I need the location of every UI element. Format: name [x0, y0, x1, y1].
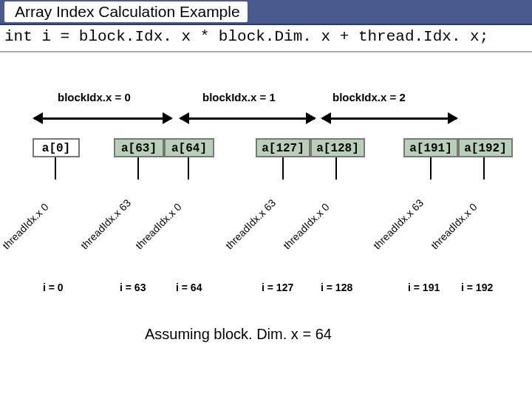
cell-a191: a[191] — [403, 138, 458, 157]
tick-0 — [55, 157, 56, 180]
title-bar: Array Index Calculation Example — [0, 0, 532, 25]
thread-label-0d: threadIdx.x 0 — [429, 201, 480, 252]
code-line: int i = block.Idx. x * block.Dim. x + th… — [0, 25, 532, 52]
i-label-191: i = 191 — [408, 282, 440, 293]
thread-label-63a: threadIdx.x 63 — [78, 197, 133, 251]
footer-note: Assuming block. Dim. x = 64 — [145, 326, 332, 343]
range-arrow-2 — [322, 117, 457, 120]
tick-64 — [188, 157, 189, 180]
tick-63 — [137, 157, 139, 180]
tick-127 — [282, 157, 284, 180]
i-label-63: i = 63 — [120, 282, 146, 293]
i-label-0: i = 0 — [43, 282, 64, 293]
thread-label-63b: threadIdx.x 63 — [223, 197, 278, 251]
cell-a64: a[64] — [164, 138, 214, 157]
diagram-area: blockIdx.x = 0 blockIdx.x = 1 blockIdx.x… — [0, 52, 532, 378]
i-label-192: i = 192 — [461, 282, 493, 293]
cell-a192: a[192] — [458, 138, 513, 157]
thread-label-0c: threadIdx.x 0 — [281, 201, 332, 252]
i-label-128: i = 128 — [321, 282, 352, 293]
thread-label-63c: threadIdx.x 63 — [371, 197, 426, 251]
tick-192 — [483, 157, 485, 180]
cell-a127: a[127] — [256, 138, 310, 157]
block-label-2: blockIdx.x = 2 — [332, 91, 406, 103]
i-label-64: i = 64 — [176, 282, 202, 293]
block-label-1: blockIdx.x = 1 — [202, 91, 276, 103]
range-arrow-0 — [34, 117, 171, 120]
page-title: Array Index Calculation Example — [4, 1, 248, 22]
block-label-0: blockIdx.x = 0 — [58, 91, 131, 103]
thread-label-0a: threadIdx.x 0 — [0, 201, 51, 252]
i-label-127: i = 127 — [262, 282, 293, 293]
cell-a63: a[63] — [114, 138, 164, 157]
range-arrow-1 — [180, 117, 315, 120]
cell-a0: a[0] — [33, 138, 80, 157]
cell-a128: a[128] — [310, 138, 365, 157]
tick-128 — [335, 157, 337, 180]
tick-191 — [430, 157, 432, 180]
thread-label-0b: threadIdx.x 0 — [133, 201, 184, 252]
